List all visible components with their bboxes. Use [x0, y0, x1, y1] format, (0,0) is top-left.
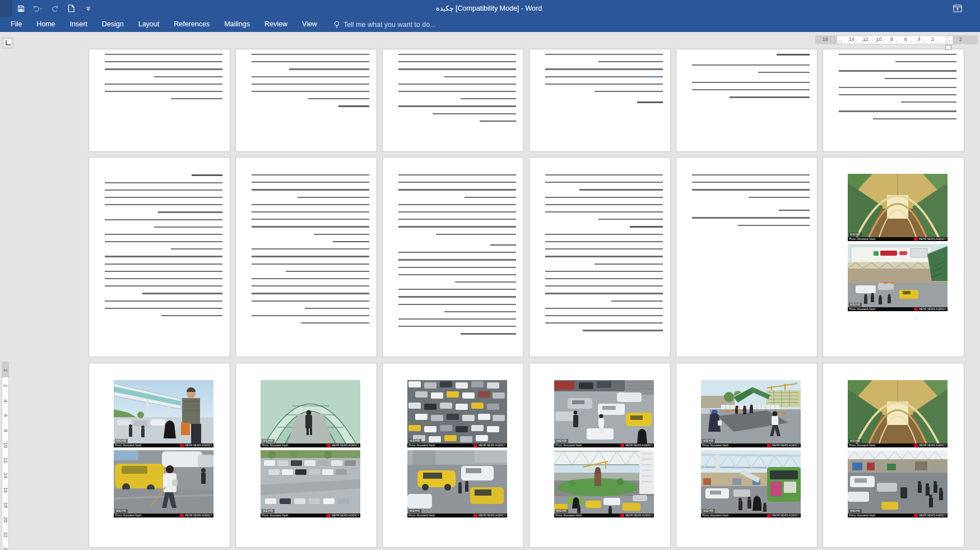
bridge-interior-warm-image: MEHR — [848, 380, 948, 443]
text-paragraph — [398, 252, 516, 283]
photo-credit: Photo: Aboutaleb Nadri — [849, 443, 875, 447]
document-page-11[interactable] — [676, 157, 818, 357]
photo-bridge-diagonal-sky[interactable]: MEHRPhoto: Aboutaleb NadriMEHR NEWS AGEN… — [114, 380, 213, 447]
document-page-12[interactable]: MEHRPhoto: Aboutaleb NadriMEHR NEWS AGEN… — [823, 157, 964, 357]
photo-caption-bar: Photo: Aboutaleb NadriMEHR NEWS AGENCY — [407, 514, 507, 517]
vertical-ruler[interactable]: 224681012141618202224 — [2, 362, 9, 550]
h-ruler-number: 2 — [931, 36, 934, 42]
document-page-7[interactable] — [89, 157, 230, 357]
photo-caption-bar: Photo: Aboutaleb NadriMEHR NEWS AGENCY — [407, 443, 507, 447]
document-page-2[interactable] — [235, 49, 377, 152]
text-paragraph — [252, 76, 369, 100]
photo-agency: MEHR NEWS AGENCY — [919, 443, 946, 447]
customize-qat-button[interactable] — [80, 0, 96, 17]
photo-traffic-jam-aerial[interactable]: MEHRPhoto: Aboutaleb NadriMEHR NEWS AGEN… — [407, 380, 507, 447]
tab-home[interactable]: Home — [29, 17, 62, 32]
document-page-3[interactable] — [382, 49, 524, 152]
left-indent-square[interactable] — [945, 45, 951, 50]
photo-bridge-square-monument[interactable]: MEHRPhoto: Aboutaleb NadriMEHR NEWS AGEN… — [554, 450, 654, 517]
photo-watermark: MEHR — [849, 233, 862, 237]
traffic-jam-aerial-image: MEHR — [407, 380, 507, 443]
photo-watermark: MEHR — [849, 509, 862, 513]
photo-watermark: MEHR — [849, 439, 862, 443]
ribbon-display-options-icon[interactable] — [953, 4, 963, 13]
document-page-9[interactable] — [382, 157, 524, 357]
photo-street-under-bridge-busy[interactable]: MEHRPhoto: Aboutaleb NadriMEHR NEWS AGEN… — [848, 450, 948, 517]
parking-aerial-image: MEHR — [261, 450, 360, 514]
indent-marker-triangle[interactable] — [837, 40, 843, 44]
photo-bridge-interior-warm[interactable]: MEHRPhoto: Aboutaleb NadriMEHR NEWS AGEN… — [848, 174, 948, 241]
v-ruler-number: 12 — [3, 457, 8, 464]
document-page-4[interactable] — [529, 49, 671, 152]
document-page-10[interactable] — [529, 157, 671, 357]
document-page-5[interactable] — [676, 49, 818, 152]
photo-white-truss-bus[interactable]: MEHRPhoto: Aboutaleb NadriMEHR NEWS AGEN… — [701, 450, 801, 517]
v-ruler-number: 16 — [3, 487, 8, 493]
document-page-18[interactable]: MEHRPhoto: Aboutaleb NadriMEHR NEWS AGEN… — [823, 363, 964, 548]
photo-caption-bar: Photo: Aboutaleb NadriMEHR NEWS AGENCY — [848, 443, 948, 447]
ruler-margin-right — [953, 36, 977, 44]
document-page-1[interactable] — [89, 49, 230, 152]
text-heading — [545, 101, 663, 103]
tab-mailings[interactable]: Mailings — [217, 17, 257, 32]
photo-watermark: MEHR — [702, 509, 715, 513]
v-ruler-number: 22 — [3, 532, 8, 538]
tab-insert[interactable]: Insert — [63, 17, 95, 32]
document-page-8[interactable] — [235, 157, 377, 357]
photo-agency: MEHR NEWS AGENCY — [919, 514, 946, 517]
document-page-15[interactable]: MEHRPhoto: Aboutaleb NadriMEHR NEWS AGEN… — [382, 363, 524, 548]
photo-credit: Photo: Aboutaleb Nadri — [702, 514, 728, 517]
bridge-glass-interior-image: MEHR — [261, 380, 360, 443]
text-paragraph — [545, 68, 663, 92]
photo-caption-bar: Photo: Aboutaleb NadriMEHR NEWS AGENCY — [848, 307, 948, 311]
text-paragraph — [839, 54, 956, 62]
tab-file[interactable]: File — [3, 17, 29, 32]
h-ruler-left-label: 18 — [823, 36, 828, 42]
tab-layout[interactable]: Layout — [131, 17, 167, 32]
mehr-logo-icon — [620, 514, 624, 517]
photo-watermark: MEHR — [408, 439, 421, 443]
document-page-13[interactable]: MEHRPhoto: Aboutaleb NadriMEHR NEWS AGEN… — [89, 363, 230, 548]
paragraph-gap — [692, 204, 810, 210]
tab-stop-selector[interactable] — [2, 37, 13, 49]
photo-caption-bar: Photo: Aboutaleb NadriMEHR NEWS AGENCY — [554, 514, 654, 517]
tell-me-box[interactable]: Tell me what you want to do... — [333, 21, 436, 29]
bridge-square-monument-image: MEHR — [554, 450, 654, 514]
v-ruler-number: 20 — [3, 517, 8, 523]
text-paragraph — [398, 54, 516, 77]
document-page-14[interactable]: MEHRPhoto: Aboutaleb NadriMEHR NEWS AGEN… — [235, 363, 377, 548]
bridge-interior-warm-image: MEHR — [848, 174, 948, 237]
text-paragraph — [545, 197, 663, 220]
save-button[interactable] — [12, 0, 29, 17]
text-paragraph — [398, 84, 516, 100]
tab-view[interactable]: View — [295, 17, 324, 32]
document-page-16[interactable]: MEHRPhoto: Aboutaleb NadriMEHR NEWS AGEN… — [529, 363, 671, 548]
photo-crossing-aerial[interactable]: MEHRPhoto: Aboutaleb NadriMEHR NEWS AGEN… — [554, 380, 654, 447]
new-document-button[interactable] — [63, 0, 80, 17]
bridge-diagonal-sky-image: MEHR — [114, 380, 213, 443]
document-page-6[interactable] — [823, 49, 964, 152]
photo-caption-bar: Photo: Aboutaleb NadriMEHR NEWS AGENCY — [261, 443, 360, 447]
indent-marker-hourglass[interactable] — [945, 36, 951, 45]
mehr-logo-icon — [473, 444, 477, 447]
photo-credit: Photo: Aboutaleb Nadri — [262, 443, 288, 447]
v-ruler-top-label: 2 — [3, 367, 8, 373]
tab-references[interactable]: References — [166, 17, 217, 32]
text-paragraph — [105, 301, 222, 317]
photo-bridge-billboard-street[interactable]: MEHRPhoto: Aboutaleb NadriMEHR NEWS AGEN… — [848, 244, 948, 311]
undo-button[interactable] — [29, 0, 46, 17]
text-heading — [545, 226, 663, 228]
photo-street-crossing-construction[interactable]: MEHRPhoto: Aboutaleb NadriMEHR NEWS AGEN… — [701, 380, 801, 447]
tab-design[interactable]: Design — [95, 17, 131, 32]
photo-bridge-glass-interior[interactable]: MEHRPhoto: Aboutaleb NadriMEHR NEWS AGEN… — [261, 380, 360, 447]
redo-button[interactable] — [46, 0, 63, 17]
document-page-17[interactable]: MEHRPhoto: Aboutaleb NadriMEHR NEWS AGEN… — [676, 363, 818, 548]
photo-caption-bar: Photo: Aboutaleb NadriMEHR NEWS AGENCY — [848, 237, 948, 241]
photo-taxi-street[interactable]: MEHRPhoto: Aboutaleb NadriMEHR NEWS AGEN… — [407, 450, 507, 517]
photo-street-cane-man[interactable]: MEHRPhoto: Aboutaleb NadriMEHR NEWS AGEN… — [114, 450, 213, 517]
tab-review[interactable]: Review — [257, 17, 295, 32]
photo-bridge-interior-warm[interactable]: MEHRPhoto: Aboutaleb NadriMEHR NEWS AGEN… — [848, 380, 948, 447]
text-paragraph — [105, 84, 222, 100]
photo-parking-aerial[interactable]: MEHRPhoto: Aboutaleb NadriMEHR NEWS AGEN… — [261, 450, 360, 517]
horizontal-ruler[interactable]: 1412108642182 — [815, 35, 978, 44]
